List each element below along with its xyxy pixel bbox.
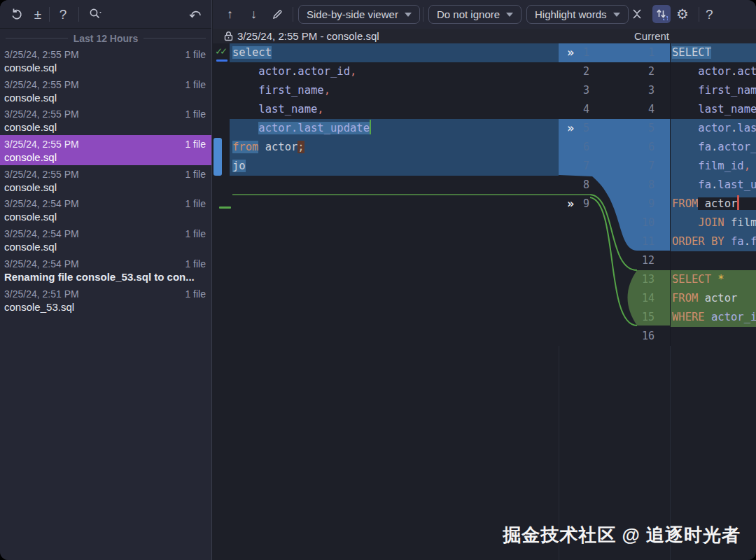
gutter-row: 12: [624, 251, 657, 270]
rollback-arrow-icon[interactable]: [186, 0, 206, 28]
line-number: 1: [583, 43, 589, 62]
code-token: actor_id: [298, 65, 350, 78]
changed-range-marker[interactable]: [214, 138, 222, 176]
list-item[interactable]: 3/25/24, 2:55 PM1 fileconsole.sql: [0, 46, 211, 76]
settings-gear-icon[interactable]: ⚙: [676, 0, 693, 28]
help-icon[interactable]: ?: [706, 0, 722, 28]
entry-file-count: 1 file: [185, 78, 206, 91]
code-token: FROM: [672, 292, 698, 304]
entry-filename: console.sql: [4, 181, 206, 194]
green-caret-marker: [370, 120, 371, 134]
code-line: fa.actor_: [671, 138, 756, 157]
line-number: 9: [648, 195, 654, 214]
code-token: [739, 197, 756, 210]
insertion-line-marker: [232, 194, 591, 195]
left-revision-title: 3/25/24, 2:55 PM - console.sql: [224, 29, 379, 43]
gutter-row: 2: [624, 62, 657, 81]
code-line: [213, 195, 559, 214]
ignore-policy-dropdown[interactable]: Do not ignore: [428, 5, 522, 24]
code-token: [672, 65, 698, 78]
code-token: [711, 273, 718, 286]
list-item[interactable]: 3/25/24, 2:54 PM1 fileconsole.sql: [0, 195, 211, 225]
gutter-row: 8: [559, 176, 592, 195]
code-token: .: [731, 122, 737, 134]
code-token: [724, 216, 731, 229]
sync-scroll-toggle[interactable]: [652, 5, 671, 23]
code-token: actor: [265, 141, 298, 153]
help-icon[interactable]: ?: [55, 0, 71, 28]
code-line: jo: [213, 157, 559, 176]
code-token: .: [711, 141, 718, 153]
list-item[interactable]: 3/25/24, 2:51 PM1 fileconsole_53.sql: [0, 285, 211, 315]
code-token: JOIN: [698, 216, 724, 229]
toolbar-divider: [293, 7, 293, 22]
code-token: .: [711, 178, 718, 191]
code-token: act: [737, 65, 756, 78]
code-token: from: [232, 141, 258, 153]
next-change-icon[interactable]: ↓: [251, 0, 265, 28]
edit-source-icon[interactable]: [272, 0, 288, 28]
list-item[interactable]: 3/25/24, 2:55 PM1 fileconsole.sql: [0, 135, 211, 165]
show-diff-icon[interactable]: ±: [29, 0, 46, 28]
code-token: fa: [698, 141, 711, 153]
collapse-unchanged-icon[interactable]: [631, 0, 648, 28]
code-token: last_name: [258, 103, 317, 115]
code-token: first_nam: [698, 84, 756, 97]
viewer-mode-dropdown[interactable]: Side-by-side viewer: [298, 5, 420, 24]
history-list: 3/25/24, 2:55 PM1 fileconsole.sql3/25/24…: [0, 46, 211, 314]
local-history-window: ± ? Last 12 Hours: [0, 0, 756, 560]
highlight-mode-dropdown[interactable]: Highlight words: [526, 5, 629, 24]
code-token: last_name: [698, 103, 756, 115]
code-line: film_id,: [671, 157, 756, 176]
list-item[interactable]: 3/25/24, 2:54 PM1 fileRenaming file cons…: [0, 255, 211, 285]
code-token: last_u: [718, 178, 756, 191]
code-token: [698, 197, 704, 210]
code-token: actor_: [718, 141, 756, 153]
code-token: film: [731, 216, 756, 229]
apply-change-chevron-icon[interactable]: »: [567, 43, 573, 62]
list-item[interactable]: 3/25/24, 2:54 PM1 fileconsole.sql: [0, 225, 211, 255]
previous-change-icon[interactable]: ↑: [227, 0, 241, 28]
code-token: SELECT: [672, 46, 711, 59]
line-number: 10: [642, 214, 654, 232]
code-line: [671, 327, 756, 346]
gutter-row: 16: [624, 327, 657, 346]
line-number: 2: [583, 62, 589, 81]
gutter-row: 13: [624, 270, 657, 289]
code-token: [232, 65, 258, 78]
code-token: [705, 311, 711, 323]
diff-header: 3/25/24, 2:55 PM - console.sql Current: [213, 29, 756, 43]
right-revision-title: Current: [634, 29, 669, 43]
entry-file-count: 1 file: [185, 108, 206, 120]
code-token: f: [750, 235, 756, 248]
chevron-down-icon: [405, 13, 412, 17]
code-line: from actor;: [213, 138, 559, 157]
code-token: [232, 84, 258, 97]
list-item[interactable]: 3/25/24, 2:55 PM1 fileconsole.sql: [0, 165, 211, 195]
revert-icon[interactable]: [7, 0, 27, 28]
line-number: 11: [642, 232, 654, 251]
entry-filename: console_53.sql: [4, 300, 206, 314]
code-token: actor: [705, 197, 738, 210]
entry-timestamp: 3/25/24, 2:55 PM: [4, 108, 206, 120]
line-number: 6: [648, 138, 654, 157]
code-line: [671, 251, 756, 270]
line-number: 1: [648, 43, 654, 62]
diff-toolbar: ↑ ↓ Side-by-side viewer Do not ignore Hi…: [213, 0, 756, 29]
list-item[interactable]: 3/25/24, 2:55 PM1 fileconsole.sql: [0, 105, 211, 135]
left-editor-pane[interactable]: select actor.actor_id, first_name, last_…: [213, 43, 559, 560]
right-editor-pane[interactable]: SELECT actor.act first_nam last_name act…: [670, 43, 756, 560]
search-icon[interactable]: [84, 0, 106, 28]
apply-change-chevron-icon[interactable]: »: [567, 195, 573, 213]
entry-timestamp: 3/25/24, 2:51 PM: [4, 288, 206, 300]
line-number: 15: [642, 308, 654, 327]
sidebar-toolbar: ± ?: [0, 0, 211, 29]
code-line: first_name,: [213, 81, 559, 100]
code-line: actor.las: [671, 119, 756, 138]
code-line: fa.last_u: [671, 176, 756, 195]
list-item[interactable]: 3/25/24, 2:55 PM1 fileconsole.sql: [0, 76, 211, 106]
code-token: [672, 216, 698, 229]
gutter-row: 4: [624, 100, 657, 119]
apply-change-chevron-icon[interactable]: »: [567, 119, 573, 137]
inspections-ok-icon[interactable]: ✓ ✓: [216, 45, 234, 63]
